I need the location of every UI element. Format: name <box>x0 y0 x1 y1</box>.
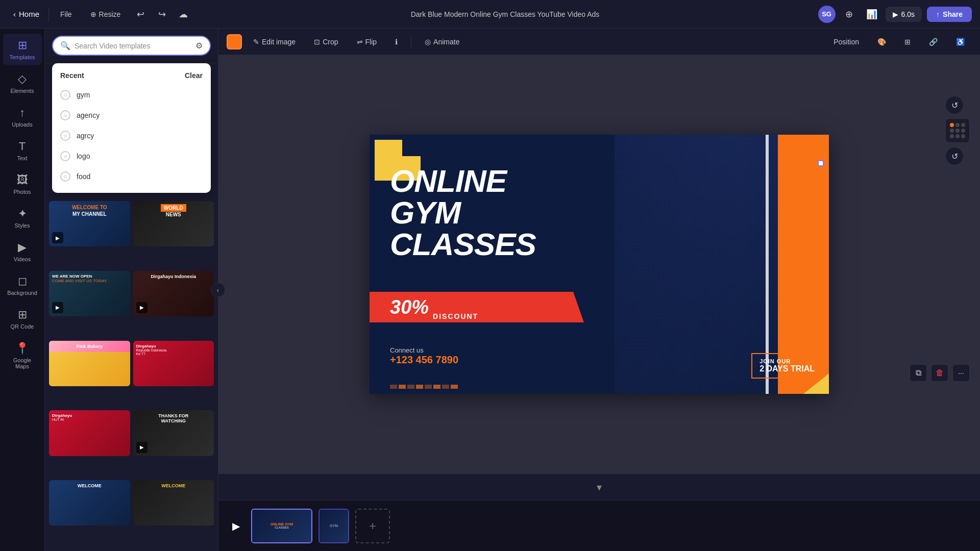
videos-icon: ▶ <box>18 241 27 254</box>
link-icon: 🔗 <box>929 38 938 46</box>
recent-label: Recent <box>60 71 84 80</box>
avatar[interactable]: SG <box>818 6 836 23</box>
topbar: ‹ Home File ⊕ Resize ↩ ↪ ☁ Dark Blue Mod… <box>0 0 980 29</box>
play-icon: ▶ <box>893 10 898 18</box>
flip-icon: ⇌ <box>357 38 363 46</box>
redo-button[interactable]: ↪ <box>153 6 170 23</box>
toolbar-right: Position 🎨 ⊞ 🔗 ♿ <box>826 35 972 49</box>
filter-icon[interactable]: ⚙ <box>195 41 203 51</box>
gym-photo: JOIN OUR 2 DAYS TRIAL <box>615 135 829 394</box>
sidebar-item-label: Templates <box>9 54 35 60</box>
sidebar-item-label: Videos <box>14 256 31 262</box>
sidebar-item-elements[interactable]: ◇ Elements <box>3 67 42 99</box>
sidebar-item-uploads[interactable]: ↑ Uploads <box>3 101 42 133</box>
clear-button[interactable]: Clear <box>185 71 203 80</box>
discount-label: DISCOUNT <box>433 312 478 320</box>
template-thumb[interactable]: Dirgahayu Republik Indonesia Ke 77 <box>133 341 214 386</box>
sidebar-item-qr[interactable]: ⊞ QR Code <box>3 303 42 335</box>
sidebar-item-maps[interactable]: 📍 Google Maps <box>3 337 42 374</box>
sidebar-item-text[interactable]: T Text <box>3 135 42 166</box>
refresh-tool[interactable]: ↺ <box>945 96 964 114</box>
template-thumb[interactable]: Pink Bakery <box>49 341 130 386</box>
position-button[interactable]: Position <box>826 35 866 49</box>
timeline-scene-1[interactable]: ONLINE GYM CLASSES <box>251 509 312 543</box>
resize-button[interactable]: ⊕ Resize <box>83 7 128 21</box>
grid-icon: ⊞ <box>904 38 911 46</box>
canvas-bottom-toolbar: ▾ <box>218 473 980 500</box>
delete-element-button[interactable]: 🗑 <box>931 364 948 382</box>
file-menu[interactable]: File <box>53 7 79 21</box>
history-icon: ○ <box>60 171 70 182</box>
sidebar-item-label: Elements <box>11 88 34 94</box>
sidebar-item-photos[interactable]: 🖼 Photos <box>3 168 42 200</box>
photos-icon: 🖼 <box>17 173 28 187</box>
flip-button[interactable]: ⇌ Flip <box>350 35 384 49</box>
info-button[interactable]: ℹ <box>388 35 405 49</box>
color-adjust-button[interactable]: 🎨 <box>870 35 893 49</box>
timer-button[interactable]: ▶ 6.0s <box>886 7 922 22</box>
history-icon: ○ <box>60 90 70 100</box>
template-thumb[interactable]: WELCOME <box>133 480 214 525</box>
sidebar-item-templates[interactable]: ⊞ Templates <box>3 34 42 65</box>
hide-panel-button[interactable]: ‹ <box>211 283 225 297</box>
title-line3: CLASSES <box>390 229 536 260</box>
crop-icon: ⊡ <box>314 38 320 46</box>
document-title: Dark Blue Modern Online Gym Classes YouT… <box>198 10 812 18</box>
add-scene-button[interactable]: + <box>355 509 390 543</box>
topbar-left: ‹ Home File ⊕ Resize ↩ ↪ ☁ <box>8 6 192 23</box>
decorative-stripes <box>390 385 458 389</box>
dropdown-item-gym[interactable]: ○ gym <box>52 85 211 105</box>
animate-button[interactable]: ◎ Animate <box>418 35 467 49</box>
home-button[interactable]: ‹ Home <box>8 7 44 21</box>
template-thumb[interactable]: WE ARE NOW OPEN COME AND VISIT US TODAY.… <box>49 271 130 316</box>
accessibility-button[interactable]: ♿ <box>949 35 972 49</box>
overlay-tools: ↺ <box>945 96 970 165</box>
dropdown-item-agency[interactable]: ○ agency <box>52 105 211 126</box>
template-thumb[interactable]: THANKS FOR WATCHING ▶ <box>133 410 214 456</box>
rotate-tool[interactable]: ↺ <box>945 147 964 165</box>
sidebar-item-label: Photos <box>13 189 31 195</box>
template-thumb[interactable]: Dirgahayu HUT RI <box>49 410 130 456</box>
accessibility-icon: ♿ <box>956 38 965 46</box>
grid-button[interactable]: ⊞ <box>897 35 918 49</box>
color-swatch[interactable] <box>227 34 242 49</box>
share-button[interactable]: ↑ Share <box>927 7 972 22</box>
sidebar-item-label: Text <box>17 155 27 161</box>
sidebar-item-videos[interactable]: ▶ Videos <box>3 236 42 267</box>
dropdown-item-food[interactable]: ○ food <box>52 166 211 187</box>
search-input[interactable] <box>75 42 191 50</box>
dropdown-item-agrcy[interactable]: ○ agrcy <box>52 126 211 146</box>
topbar-divider <box>48 7 49 21</box>
dropdown-item-logo[interactable]: ○ logo <box>52 146 211 166</box>
template-thumb[interactable]: WELCOME <box>49 480 130 525</box>
template-thumb[interactable]: WORLD NEWS <box>133 201 214 246</box>
cloud-save-icon[interactable]: ☁ <box>175 6 192 23</box>
undo-button[interactable]: ↩ <box>132 6 149 23</box>
link-button[interactable]: 🔗 <box>922 35 945 49</box>
discount-value: 30% <box>390 296 429 318</box>
analytics-button[interactable]: 📊 <box>863 6 880 23</box>
template-thumb[interactable]: WELCOME TO MY CHANNEL ▶ <box>49 201 130 246</box>
timeline-scene-1-duplicate[interactable]: GYM <box>318 509 349 543</box>
more-options-button[interactable]: ··· <box>952 364 970 382</box>
collapse-timeline-button[interactable]: ▾ <box>597 481 602 493</box>
edit-image-button[interactable]: ✎ Edit image <box>246 35 303 49</box>
play-button[interactable]: ▶ <box>227 517 245 535</box>
template-thumb[interactable]: Dirgahayu Indonesia ▶ <box>133 271 214 316</box>
gym-left-content: ONLINE GYM CLASSES 30% DISCOUNT Connect … <box>370 135 615 394</box>
canvas-frame[interactable]: JOIN OUR 2 DAYS TRIAL ONLINE GYM CLASSES <box>370 135 829 394</box>
play-icon: ▶ <box>52 232 63 243</box>
history-icon: ○ <box>60 110 70 120</box>
search-area: 🔍 ⚙ <box>45 29 218 63</box>
add-collaborator-button[interactable]: ⊕ <box>841 6 858 23</box>
styles-icon: ✦ <box>18 207 27 220</box>
history-icon: ○ <box>60 151 70 161</box>
toolbar-separator <box>411 36 411 48</box>
copy-element-button[interactable]: ⧉ <box>910 364 927 382</box>
search-dropdown: Recent Clear ○ gym ○ agency ○ agrcy ○ lo… <box>52 63 211 193</box>
color-adjust-icon: 🎨 <box>877 38 886 46</box>
template-grid: WELCOME TO MY CHANNEL ▶ WORLD NEWS WE AR… <box>45 197 218 551</box>
sidebar-item-background[interactable]: ◻ Background <box>3 269 42 301</box>
crop-button[interactable]: ⊡ Crop <box>307 35 345 49</box>
sidebar-item-styles[interactable]: ✦ Styles <box>3 202 42 234</box>
